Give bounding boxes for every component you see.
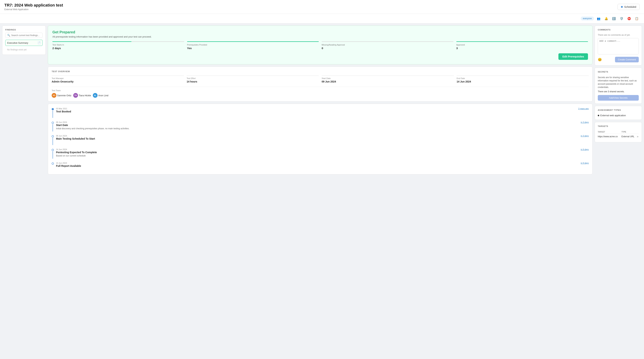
test-overview-title: TEST OVERVIEW [52,70,589,72]
timeline-item: 09 Jun 2024 in 3 days Main Testing Sched… [52,135,589,145]
page-header: TR7: 2024 Web application test External … [0,0,644,14]
avatar: AL [93,93,98,98]
avatar: SO [52,93,56,98]
prereq-bar-fill [456,41,588,42]
targets-table: TARGET TYPE https://www.acme.co External… [598,130,639,139]
prereq-label: Prerequisites Provided [187,44,319,46]
status-label: Scheduled [624,6,636,8]
timeline-header: 09 Jun 2024 in 3 days [56,135,589,137]
create-comment-button[interactable]: Create Comment [615,57,639,62]
timeline-header: 14 Jun 2024 in 9 days [56,148,589,150]
timeline-relative[interactable]: in 3 days [581,135,589,137]
findings-item-label: Executive Summary [7,42,28,44]
timeline-header: 09 Jun 2024 in 3 days [56,121,589,123]
secrets-card: SECRETS Secrets are for sharing sensitiv… [595,68,642,104]
timeline-content: 14 Jun 2024 in 9 days Full Report Availa… [56,162,589,167]
no-findings-label: No findings exist yet [5,48,42,52]
info-icon[interactable]: ℹ️ [611,16,617,22]
prereq-bar [456,41,588,42]
status-badge: Scheduled [618,4,640,10]
get-prepared-title: Get Prepared [52,30,588,34]
overview-grid: Test Manager Admin Onsecurity Test Effor… [52,76,589,83]
overview-label: Test Effort [187,77,319,80]
table-row: https://www.acme.co External URL » [598,134,639,140]
prereq-bar-fill [52,41,132,42]
no-comments-label: There are no comments as of yet. [598,34,639,36]
findings-title: FINDINGS [5,29,42,31]
timeline-dot-icon [52,135,54,138]
assessment-type-label: External web application [600,114,626,117]
findings-item[interactable]: Executive Summary 📄 [5,40,42,46]
prereq-item: Missing/Awaiting Approval 0 [322,41,454,50]
timeline-item: 03 Mar 2021 3 years ago Test Booked [52,108,589,118]
comment-textarea[interactable] [598,38,639,54]
timeline-relative[interactable]: in 9 days [581,148,589,150]
targets-title: TARGETS [598,125,639,127]
timeline-date: 14 Jun 2024 [56,148,67,150]
page-subtitle: External Web Application [4,8,63,11]
timeline-connector [52,152,53,159]
timeline-relative[interactable]: in 9 days [581,162,589,164]
comments-title: COMMENTS [598,29,639,31]
timeline-content: 09 Jun 2024 in 3 days Main Testing Sched… [56,135,589,140]
middle-panel: Get Prepared All prerequisite testing in… [48,26,592,357]
team-member: AL Aron Lind [93,93,108,98]
overview-value: 09 Jun 2024 [322,80,454,83]
type-col-header: TYPE [622,130,637,134]
edit-prerequisites-button[interactable]: Edit Prerequisites [558,53,588,60]
timeline-relative[interactable]: 3 years ago [578,108,589,110]
header-left: TR7: 2024 Web application test External … [4,3,63,11]
overview-label: Test Manager [52,77,184,80]
timeline-relative[interactable]: in 3 days [581,121,589,123]
timeline-card: 03 Mar 2021 3 years ago Test Booked 09 J… [48,104,592,174]
block-icon[interactable]: ⛔ [626,16,632,22]
timeline-content: 09 Jun 2024 in 3 days Start Date Initial… [56,121,589,130]
test-overview-card: TEST OVERVIEW Test Manager Admin Onsecur… [48,66,592,102]
timeline-dot-icon [52,108,54,110]
prereq-bar [187,41,319,42]
overview-item: Test Manager Admin Onsecurity [52,76,184,83]
member-name: Sammie Ortiz [57,94,72,97]
get-prepared-desc: All prerequisite testing information has… [52,35,588,38]
timeline-event: Test Booked [56,110,589,113]
findings-panel: FINDINGS 🔍 Executive Summary 📄 No findin… [2,26,46,55]
copy-icon[interactable]: 📋 [634,16,640,22]
prereq-item: Prerequisites Provided Yes [187,41,319,50]
search-box: 🔍 [5,33,42,38]
prereq-value: 0 [322,46,454,50]
member-name: Aron Lind [98,94,108,97]
right-panel: COMMENTS There are no comments as of yet… [595,26,642,357]
prereq-bar [322,41,454,42]
avatar: TH [73,93,78,98]
toolbar: everyone 👥 🔔 ℹ️ 🛡️ ⛔ 📋 [0,14,644,24]
add-secrets-button[interactable]: Add/View Secrets [598,95,639,101]
targets-card: TARGETS TARGET TYPE https://www.acme.co … [595,122,642,142]
prereq-label: Approved [456,44,588,46]
team-member: TH Tiara Hickle [73,93,91,98]
timeline-event: Main Testing Scheduled To Start [56,137,589,140]
shield-icon[interactable]: 🛡️ [618,16,624,22]
team-label: Test Team [52,90,589,92]
timeline-date: 09 Jun 2024 [56,135,67,137]
prereq-item: Test Starts In 2 days [52,41,184,50]
timeline-connector [52,138,53,145]
chevron-right-icon[interactable]: » [637,135,638,138]
users-icon[interactable]: 👥 [596,16,602,22]
comments-card: COMMENTS There are no comments as of yet… [595,26,642,66]
search-icon: 🔍 [7,34,10,37]
timeline-date: 09 Jun 2024 [56,121,67,123]
status-dot-icon [621,6,623,8]
prereq-value: 2 days [52,46,184,50]
search-input[interactable] [11,34,40,37]
timeline-date: 03 Mar 2021 [56,108,67,110]
member-name: Tiara Hickle [79,94,91,97]
assessment-types-title: ASSESSMENT TYPES [598,109,639,111]
prereq-value: Yes [187,46,319,50]
prereq-bar [52,41,184,42]
comment-footer: 😊 Create Comment [598,57,639,62]
timeline-connector [52,124,53,132]
main-content: FINDINGS 🔍 Executive Summary 📄 No findin… [0,24,644,359]
notification-icon[interactable]: 🔔 [604,16,609,22]
timeline-dot-icon [52,149,54,151]
timeline-content: 03 Mar 2021 3 years ago Test Booked [56,108,589,113]
